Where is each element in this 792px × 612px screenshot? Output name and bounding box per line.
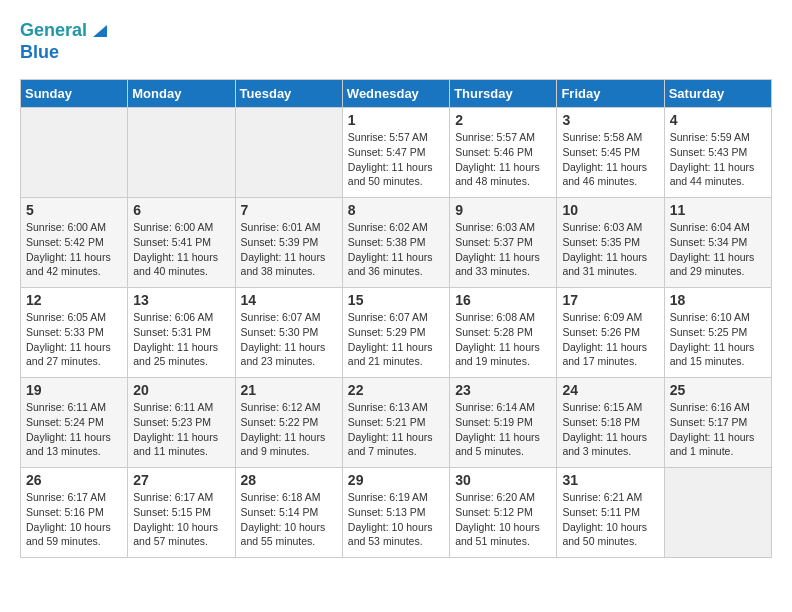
day-number: 23: [455, 382, 551, 398]
day-info: Sunrise: 6:02 AM Sunset: 5:38 PM Dayligh…: [348, 220, 444, 279]
day-info: Sunrise: 6:10 AM Sunset: 5:25 PM Dayligh…: [670, 310, 766, 369]
day-info: Sunrise: 6:07 AM Sunset: 5:29 PM Dayligh…: [348, 310, 444, 369]
day-cell: 5Sunrise: 6:00 AM Sunset: 5:42 PM Daylig…: [21, 198, 128, 288]
day-number: 14: [241, 292, 337, 308]
day-info: Sunrise: 6:17 AM Sunset: 5:15 PM Dayligh…: [133, 490, 229, 549]
day-info: Sunrise: 6:11 AM Sunset: 5:23 PM Dayligh…: [133, 400, 229, 459]
day-info: Sunrise: 6:03 AM Sunset: 5:35 PM Dayligh…: [562, 220, 658, 279]
day-header-thursday: Thursday: [450, 80, 557, 108]
day-header-friday: Friday: [557, 80, 664, 108]
day-cell: 3Sunrise: 5:58 AM Sunset: 5:45 PM Daylig…: [557, 108, 664, 198]
day-number: 25: [670, 382, 766, 398]
day-cell: 16Sunrise: 6:08 AM Sunset: 5:28 PM Dayli…: [450, 288, 557, 378]
day-number: 16: [455, 292, 551, 308]
day-header-wednesday: Wednesday: [342, 80, 449, 108]
day-info: Sunrise: 6:04 AM Sunset: 5:34 PM Dayligh…: [670, 220, 766, 279]
week-row-4: 19Sunrise: 6:11 AM Sunset: 5:24 PM Dayli…: [21, 378, 772, 468]
page-header: General Blue: [20, 20, 772, 63]
day-number: 26: [26, 472, 122, 488]
day-header-saturday: Saturday: [664, 80, 771, 108]
day-cell: 31Sunrise: 6:21 AM Sunset: 5:11 PM Dayli…: [557, 468, 664, 558]
day-info: Sunrise: 6:08 AM Sunset: 5:28 PM Dayligh…: [455, 310, 551, 369]
day-cell: [21, 108, 128, 198]
day-number: 29: [348, 472, 444, 488]
day-info: Sunrise: 6:07 AM Sunset: 5:30 PM Dayligh…: [241, 310, 337, 369]
logo-text2: Blue: [20, 42, 59, 64]
day-cell: [128, 108, 235, 198]
day-number: 20: [133, 382, 229, 398]
day-number: 19: [26, 382, 122, 398]
day-number: 21: [241, 382, 337, 398]
day-info: Sunrise: 6:12 AM Sunset: 5:22 PM Dayligh…: [241, 400, 337, 459]
day-cell: 6Sunrise: 6:00 AM Sunset: 5:41 PM Daylig…: [128, 198, 235, 288]
day-cell: 28Sunrise: 6:18 AM Sunset: 5:14 PM Dayli…: [235, 468, 342, 558]
day-cell: 23Sunrise: 6:14 AM Sunset: 5:19 PM Dayli…: [450, 378, 557, 468]
day-number: 1: [348, 112, 444, 128]
day-info: Sunrise: 6:17 AM Sunset: 5:16 PM Dayligh…: [26, 490, 122, 549]
day-number: 24: [562, 382, 658, 398]
day-info: Sunrise: 6:09 AM Sunset: 5:26 PM Dayligh…: [562, 310, 658, 369]
day-number: 15: [348, 292, 444, 308]
day-cell: 29Sunrise: 6:19 AM Sunset: 5:13 PM Dayli…: [342, 468, 449, 558]
day-header-monday: Monday: [128, 80, 235, 108]
day-info: Sunrise: 5:57 AM Sunset: 5:47 PM Dayligh…: [348, 130, 444, 189]
day-info: Sunrise: 6:00 AM Sunset: 5:42 PM Dayligh…: [26, 220, 122, 279]
logo-text: General: [20, 20, 87, 42]
day-cell: 15Sunrise: 6:07 AM Sunset: 5:29 PM Dayli…: [342, 288, 449, 378]
day-number: 6: [133, 202, 229, 218]
day-info: Sunrise: 6:15 AM Sunset: 5:18 PM Dayligh…: [562, 400, 658, 459]
day-number: 8: [348, 202, 444, 218]
day-number: 18: [670, 292, 766, 308]
calendar-table: SundayMondayTuesdayWednesdayThursdayFrid…: [20, 79, 772, 558]
week-row-3: 12Sunrise: 6:05 AM Sunset: 5:33 PM Dayli…: [21, 288, 772, 378]
day-cell: 26Sunrise: 6:17 AM Sunset: 5:16 PM Dayli…: [21, 468, 128, 558]
day-info: Sunrise: 6:05 AM Sunset: 5:33 PM Dayligh…: [26, 310, 122, 369]
day-number: 31: [562, 472, 658, 488]
day-cell: 21Sunrise: 6:12 AM Sunset: 5:22 PM Dayli…: [235, 378, 342, 468]
day-cell: 2Sunrise: 5:57 AM Sunset: 5:46 PM Daylig…: [450, 108, 557, 198]
day-number: 17: [562, 292, 658, 308]
day-number: 4: [670, 112, 766, 128]
day-info: Sunrise: 6:19 AM Sunset: 5:13 PM Dayligh…: [348, 490, 444, 549]
day-cell: [664, 468, 771, 558]
day-info: Sunrise: 6:21 AM Sunset: 5:11 PM Dayligh…: [562, 490, 658, 549]
day-cell: 30Sunrise: 6:20 AM Sunset: 5:12 PM Dayli…: [450, 468, 557, 558]
day-cell: 10Sunrise: 6:03 AM Sunset: 5:35 PM Dayli…: [557, 198, 664, 288]
day-cell: 4Sunrise: 5:59 AM Sunset: 5:43 PM Daylig…: [664, 108, 771, 198]
day-number: 9: [455, 202, 551, 218]
day-cell: 22Sunrise: 6:13 AM Sunset: 5:21 PM Dayli…: [342, 378, 449, 468]
day-info: Sunrise: 6:20 AM Sunset: 5:12 PM Dayligh…: [455, 490, 551, 549]
day-info: Sunrise: 6:18 AM Sunset: 5:14 PM Dayligh…: [241, 490, 337, 549]
week-row-5: 26Sunrise: 6:17 AM Sunset: 5:16 PM Dayli…: [21, 468, 772, 558]
day-number: 2: [455, 112, 551, 128]
day-cell: 20Sunrise: 6:11 AM Sunset: 5:23 PM Dayli…: [128, 378, 235, 468]
svg-marker-0: [93, 25, 107, 37]
day-cell: 13Sunrise: 6:06 AM Sunset: 5:31 PM Dayli…: [128, 288, 235, 378]
day-number: 11: [670, 202, 766, 218]
day-header-sunday: Sunday: [21, 80, 128, 108]
day-cell: 27Sunrise: 6:17 AM Sunset: 5:15 PM Dayli…: [128, 468, 235, 558]
day-cell: 12Sunrise: 6:05 AM Sunset: 5:33 PM Dayli…: [21, 288, 128, 378]
week-row-1: 1Sunrise: 5:57 AM Sunset: 5:47 PM Daylig…: [21, 108, 772, 198]
day-number: 13: [133, 292, 229, 308]
day-cell: 9Sunrise: 6:03 AM Sunset: 5:37 PM Daylig…: [450, 198, 557, 288]
day-info: Sunrise: 5:58 AM Sunset: 5:45 PM Dayligh…: [562, 130, 658, 189]
logo: General Blue: [20, 20, 111, 63]
day-number: 28: [241, 472, 337, 488]
day-number: 30: [455, 472, 551, 488]
day-cell: 1Sunrise: 5:57 AM Sunset: 5:47 PM Daylig…: [342, 108, 449, 198]
day-info: Sunrise: 6:16 AM Sunset: 5:17 PM Dayligh…: [670, 400, 766, 459]
logo-icon: [89, 19, 111, 41]
day-cell: [235, 108, 342, 198]
day-cell: 14Sunrise: 6:07 AM Sunset: 5:30 PM Dayli…: [235, 288, 342, 378]
day-info: Sunrise: 6:13 AM Sunset: 5:21 PM Dayligh…: [348, 400, 444, 459]
day-info: Sunrise: 6:14 AM Sunset: 5:19 PM Dayligh…: [455, 400, 551, 459]
day-cell: 11Sunrise: 6:04 AM Sunset: 5:34 PM Dayli…: [664, 198, 771, 288]
day-number: 5: [26, 202, 122, 218]
week-row-2: 5Sunrise: 6:00 AM Sunset: 5:42 PM Daylig…: [21, 198, 772, 288]
day-number: 22: [348, 382, 444, 398]
day-header-tuesday: Tuesday: [235, 80, 342, 108]
day-number: 10: [562, 202, 658, 218]
day-info: Sunrise: 6:00 AM Sunset: 5:41 PM Dayligh…: [133, 220, 229, 279]
day-info: Sunrise: 6:01 AM Sunset: 5:39 PM Dayligh…: [241, 220, 337, 279]
